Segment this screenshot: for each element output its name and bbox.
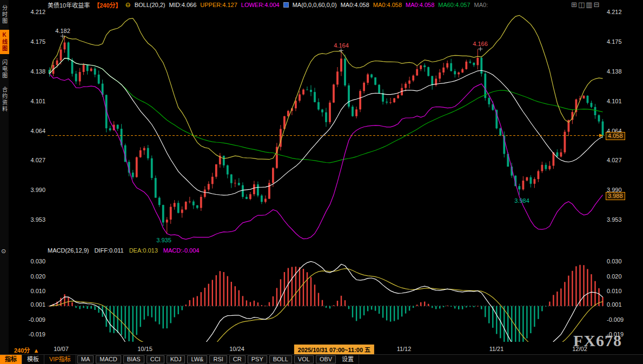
price-annotation: 3.935 — [156, 237, 171, 243]
toolbar-item-indicator[interactable]: 指标 — [0, 355, 22, 364]
toolbar-item-rsi[interactable]: RSI — [209, 355, 227, 363]
y-axis-label: 4.175 — [22, 38, 45, 45]
timeframe-label[interactable]: 【240分】 — [94, 1, 121, 9]
x-axis-label: 11/21 — [489, 346, 504, 352]
macd-header: MACD(26,12,9) DIFF:0.011 DEA:0.013 MACD:… — [48, 247, 199, 254]
macd-axis-label: 0.030 — [22, 258, 45, 264]
macd-axis-label: 0.001 — [607, 301, 622, 308]
boll-params-label: BOLL(20,2) — [135, 2, 165, 8]
layout-icon-4[interactable]: ⊟ — [594, 1, 600, 9]
price-badge: 4.058 — [606, 132, 625, 140]
y-axis-label: 4.175 — [607, 38, 622, 45]
layout-icon-1[interactable]: ⊞ — [571, 1, 577, 9]
toolbar-item-psy[interactable]: PSY — [248, 355, 267, 363]
toolbar-item-vip-indicator[interactable]: VIP指标 — [44, 355, 76, 364]
y-axis-label: 4.027 — [22, 157, 45, 163]
price-annotation: 4.182 — [55, 28, 70, 34]
ma-indicator-icon — [283, 2, 289, 8]
x-axis-label: 12/02 — [572, 346, 587, 352]
x-axis-label: 10/15 — [137, 346, 153, 352]
toolbar-item-settings[interactable]: 设置 — [337, 355, 359, 364]
x-axis-label: 10/07 — [54, 346, 69, 352]
toolbar-item-cci[interactable]: CCI — [147, 355, 164, 363]
toolbar-item-macd[interactable]: MACD — [96, 355, 121, 363]
layout-icon-3[interactable]: ▥ — [586, 1, 592, 9]
ma-value-4: MA60:4.057 — [438, 2, 470, 8]
macd-axis-label: 0.020 — [607, 273, 622, 280]
boll-lower-value: LOWER:4.004 — [241, 2, 280, 8]
macd-axis-label: 0.010 — [607, 288, 622, 294]
crosshair-icon[interactable]: ⊙ — [1, 248, 6, 255]
ma-params-label: MA(0,0,0,60,0,0) — [293, 2, 337, 8]
macd-axis-label: 0.030 — [607, 258, 622, 264]
macd-axis-label: -0.019 — [607, 331, 624, 337]
toolbar-item-template[interactable]: 模板 — [22, 355, 44, 364]
toolbar-item-vol[interactable]: VOL — [294, 355, 314, 363]
ma-value-3: MA0:4.058 — [406, 2, 434, 8]
toolbar-item-obv[interactable]: OBV — [316, 355, 336, 363]
toolbar-item-ma[interactable]: MA — [77, 355, 94, 363]
macd-axis-label: -0.009 — [607, 316, 624, 323]
instrument-title: 美债10年收益率 — [48, 1, 90, 9]
macd-axis-label: 0.001 — [22, 301, 45, 308]
chart-header: 美债10年收益率 【240分】 ⊖ BOLL(20,2) MID:4.066 U… — [0, 0, 643, 10]
up-triangle-icon: ▲ — [33, 347, 39, 354]
boll-upper-value: UPPER:4.127 — [200, 2, 237, 8]
macd-axis-label: -0.009 — [22, 316, 45, 323]
price-annotation: 4.166 — [473, 41, 488, 47]
indicator-toolbar: 指标模板VIP指标MAMACDBIASCCIKDJLW&RSICRPSYBOLL… — [0, 354, 643, 364]
sidebar-item-lightning-chart[interactable]: 闪电图 — [0, 57, 9, 81]
toolbar-item-cr[interactable]: CR — [229, 355, 246, 363]
selected-time-badge: 2025/10/31 07:00~11:00 五 — [294, 345, 374, 354]
price-annotation: 4.164 — [334, 42, 349, 49]
macd-diff-value: DIFF:0.011 — [94, 247, 123, 254]
y-axis-label: 3.953 — [22, 216, 45, 223]
macd-chart[interactable] — [48, 255, 605, 342]
y-axis-label: 4.101 — [22, 98, 45, 104]
collapse-icon[interactable]: ⊖ — [125, 2, 131, 8]
ma-values-group: MA0:4.058MA0:4.058MA0:4.058MA60:4.057MA0… — [341, 2, 492, 8]
macd-params-label: MACD(26,12,9) — [48, 247, 89, 254]
y-axis-label: 4.138 — [607, 68, 622, 75]
y-axis-label: 3.990 — [22, 187, 45, 193]
ma-value-1: MA0:4.058 — [341, 2, 369, 8]
y-axis-label: 4.064 — [22, 128, 45, 134]
toolbar-item-boll[interactable]: BOLL — [269, 355, 292, 363]
x-axis-label: 11/12 — [397, 346, 412, 352]
layout-icon-2[interactable]: ◫ — [578, 1, 585, 9]
chart-type-sidebar: 分时图K线图闪电图合约资料 — [0, 0, 9, 354]
macd-hist-value: MACD:-0.004 — [163, 247, 200, 254]
toolbar-item-kdj[interactable]: KDJ — [167, 355, 185, 363]
x-axis-label: 10/24 — [229, 346, 244, 352]
macd-svg — [48, 255, 605, 342]
candlestick-chart[interactable] — [48, 10, 605, 246]
y-axis-label: 3.953 — [607, 216, 622, 223]
macd-dea-value: DEA:0.013 — [129, 247, 158, 254]
trading-app-window: 美债10年收益率 【240分】 ⊖ BOLL(20,2) MID:4.066 U… — [0, 0, 643, 364]
ma-value-5: MA0: — [474, 2, 488, 8]
candlestick-svg — [48, 10, 605, 246]
price-badge: 3.988 — [606, 192, 625, 200]
boll-mid-value: MID:4.066 — [169, 2, 197, 8]
macd-axis-label: 0.020 — [22, 273, 45, 280]
y-axis-label: 4.027 — [607, 157, 622, 163]
price-annotation: 3.984 — [514, 197, 529, 204]
ma-value-2: MA0:4.058 — [373, 2, 402, 8]
y-axis-label: 4.138 — [22, 68, 45, 75]
timeframe-tag-label: 240分 — [14, 347, 30, 354]
toolbar-item-lwr[interactable]: LW& — [187, 355, 207, 363]
sidebar-item-contract-info[interactable]: 合约资料 — [0, 84, 9, 115]
sidebar-item-time-chart[interactable]: 分时图 — [0, 3, 9, 27]
macd-axis-label: 0.010 — [22, 288, 45, 294]
y-axis-label: 4.101 — [607, 98, 622, 104]
timeframe-tag[interactable]: 240分 ▲ — [14, 346, 39, 354]
layout-split-icons: ⊞◫▥⊟ — [571, 1, 599, 9]
toolbar-item-bias[interactable]: BIAS — [123, 355, 144, 363]
macd-axis-label: -0.019 — [22, 331, 45, 337]
sidebar-item-kline-chart[interactable]: K线图 — [0, 30, 9, 54]
